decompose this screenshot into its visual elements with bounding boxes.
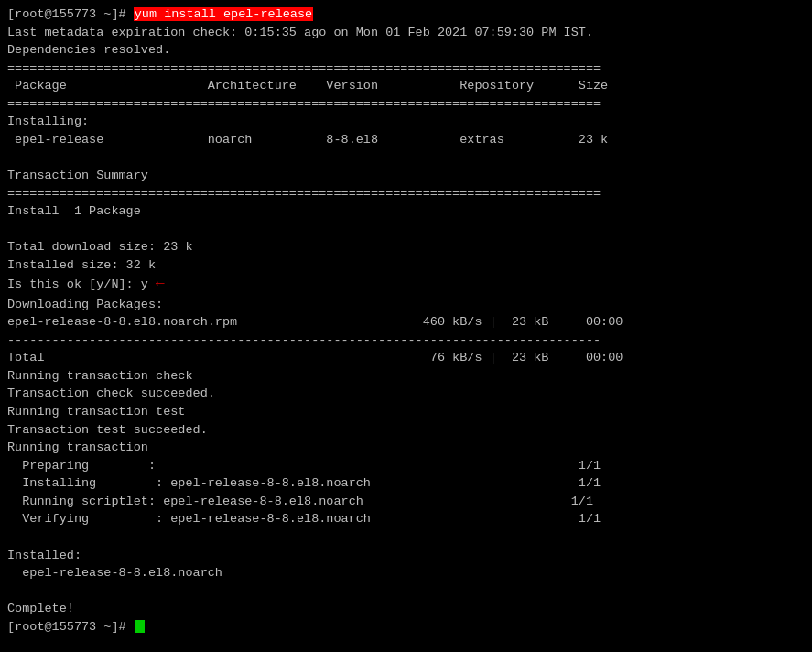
arrow-icon: ← <box>156 274 165 295</box>
prompt-text: [root@155773 ~]# <box>7 7 134 21</box>
line-prompt2: [root@155773 ~]# <box>7 618 805 636</box>
line-prompt1: [root@155773 ~]# yum install epel-releas… <box>7 5 805 24</box>
command-highlight: yum install epel-release <box>134 7 313 21</box>
line-run-tx: Running transaction <box>7 439 805 457</box>
final-prompt: [root@155773 ~]# <box>7 620 134 634</box>
confirm-text: Is this ok [y/N]: y <box>7 277 156 291</box>
line-installing2: Installing : epel-release-8-8.el8.noarch… <box>7 474 805 493</box>
line-complete: Complete! <box>7 600 805 618</box>
line-installing-label: Installing: <box>7 113 805 131</box>
line-sep4: ----------------------------------------… <box>7 331 805 350</box>
line-txsum: Transaction Summary <box>7 167 805 185</box>
line-check-ok: Transaction check succeeded. <box>7 385 805 403</box>
line-header: Package Architecture Version Repository … <box>7 77 805 95</box>
line-run-check: Running transaction check <box>7 367 805 386</box>
line-blank1 <box>7 149 805 168</box>
line-sep1: ========================================… <box>7 60 805 78</box>
line-sep2: ========================================… <box>7 95 805 114</box>
line-sep3: ========================================… <box>7 185 805 203</box>
line-blank3 <box>7 528 805 547</box>
cursor <box>135 620 145 633</box>
line-downloading: Downloading Packages: <box>7 296 805 314</box>
line-test-ok: Transaction test succeeded. <box>7 421 805 440</box>
line-blank2 <box>7 221 805 239</box>
line-verifying: Verifying : epel-release-8-8.el8.noarch … <box>7 510 805 528</box>
line-dep: Dependencies resolved. <box>7 41 805 60</box>
line-confirm: Is this ok [y/N]: y ← <box>7 274 805 295</box>
line-preparing: Preparing : 1/1 <box>7 457 805 475</box>
line-dlsize: Total download size: 23 k <box>7 238 805 256</box>
line-blank4 <box>7 582 805 601</box>
line-pkg-dl: epel-release-8-8.el8.noarch.rpm 460 kB/s… <box>7 313 805 331</box>
line-pkg: epel-release noarch 8-8.el8 extras 23 k <box>7 131 805 149</box>
line-instsize: Installed size: 32 k <box>7 256 805 275</box>
line-scriptlet: Running scriptlet: epel-release-8-8.el8.… <box>7 493 805 511</box>
line-install-count: Install 1 Package <box>7 202 805 221</box>
line-total: Total 76 kB/s | 23 kB 00:00 <box>7 349 805 367</box>
line-installed-label: Installed: <box>7 547 805 565</box>
line-run-test: Running transaction test <box>7 403 805 421</box>
line-installed-pkg: epel-release-8-8.el8.noarch <box>7 564 805 582</box>
terminal-window: [root@155773 ~]# yum install epel-releas… <box>7 5 805 652</box>
line-meta: Last metadata expiration check: 0:15:35 … <box>7 24 805 42</box>
